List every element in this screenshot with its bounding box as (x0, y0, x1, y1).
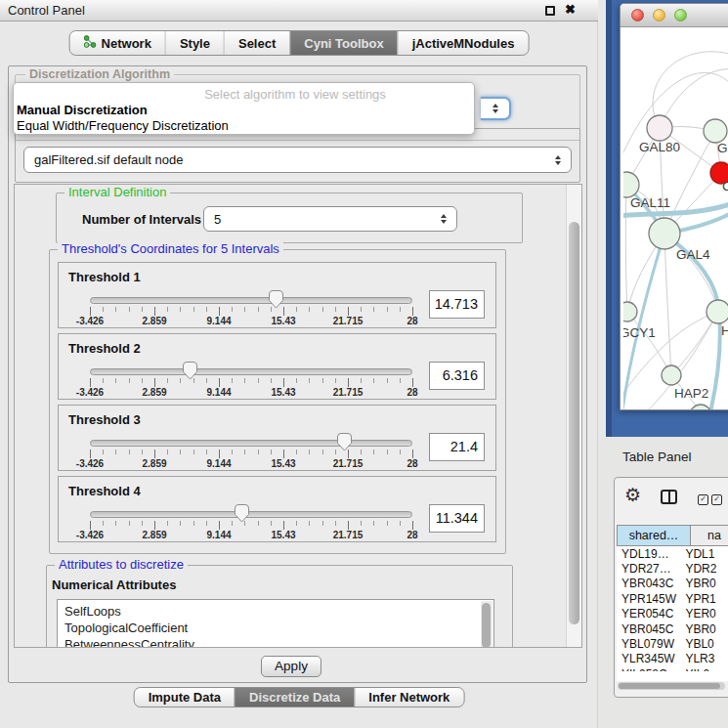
slider-ticks (90, 450, 413, 458)
network-node-h[interactable] (707, 300, 728, 323)
tab-jactivemnodules[interactable]: jActiveMNodules (398, 31, 529, 55)
network-node-gcy1[interactable] (623, 302, 637, 321)
number-of-intervals-combobox[interactable]: 5 (203, 206, 457, 232)
threshold-slider-track[interactable] (90, 368, 412, 375)
tab-network[interactable]: Network (70, 31, 165, 55)
bottom-tab-discretize-data[interactable]: Discretize Data (235, 688, 354, 707)
bottom-tab-label: Discretize Data (249, 690, 340, 705)
table-cell: YER0 (678, 607, 728, 621)
window-title: Control Panel (8, 3, 85, 18)
tab-style[interactable]: Style (165, 31, 224, 55)
threshold-value-field[interactable]: 21.4 (429, 433, 485, 461)
table-row[interactable]: YDR27…YDR2 (617, 561, 728, 576)
table-row[interactable]: YER054CYER0 (617, 607, 728, 621)
gear-icon[interactable]: ⚙ (624, 484, 641, 506)
table-data-fieldset: Table Data galFiltered.sif default node (15, 128, 580, 183)
algorithm-option-manual-discretization[interactable]: Manual Discretization (17, 103, 148, 117)
tab-select[interactable]: Select (224, 31, 289, 55)
algorithm-option-equal-width-frequency-discretization[interactable]: Equal Width/Frequency Discretization (17, 118, 229, 133)
combobox-spinner-icon[interactable] (550, 155, 566, 165)
checkbox-icon[interactable] (711, 494, 722, 505)
control-panel-tabbar: NetworkStyleSelectCyni ToolboxjActiveMNo… (69, 30, 530, 56)
list-scrollbar-thumb[interactable] (482, 603, 491, 648)
slider-tick-label: 15.43 (271, 458, 295, 469)
list-scrollbar[interactable] (481, 601, 492, 648)
table-data-combobox[interactable]: galFiltered.sif default node (23, 147, 572, 173)
list-item-selfloops[interactable]: SelfLoops (58, 603, 493, 620)
tab-label: Network (102, 36, 151, 51)
control-panel-titlebar: Control Panel ✖ (0, 0, 598, 21)
split-view-icon[interactable] (661, 490, 677, 504)
network-canvas[interactable]: GAL80GCGAL11GAL4GCY1HHAP2 (623, 27, 728, 410)
threshold-block-3: Threshold 3-3.4262.8599.14415.4321.71528… (58, 405, 496, 471)
desktop-backdrop: GAL80GCGAL11GAL4GCY1HHAP2 (606, 0, 728, 437)
network-node-g[interactable] (704, 119, 727, 143)
algorithm-combobox-focus-edge[interactable] (481, 97, 511, 120)
network-node-gal80[interactable] (647, 115, 672, 141)
tab-label: jActiveMNodules (412, 36, 515, 51)
combobox-spinner-icon (488, 104, 503, 113)
close-icon[interactable]: ✖ (565, 2, 576, 17)
bottom-tab-label: Infer Network (368, 690, 450, 705)
table-row[interactable]: YBR045CYBR0 (617, 621, 728, 636)
bottom-tab-infer-network[interactable]: Infer Network (354, 688, 463, 707)
combobox-spinner-icon[interactable] (436, 214, 451, 224)
threshold-slider-track[interactable] (90, 440, 412, 447)
numerical-attributes-list[interactable]: SelfLoopsTopologicalCoefficientBetweenne… (57, 599, 494, 648)
apply-button[interactable]: Apply (261, 656, 321, 677)
tab-cyni-toolbox[interactable]: Cyni Toolbox (289, 31, 397, 55)
close-traffic-light-icon[interactable] (631, 9, 644, 21)
table-horizontal-scrollbar-thumb[interactable] (619, 683, 720, 689)
panel-scrollbar[interactable] (566, 185, 581, 647)
slider-tick-label: 28 (407, 387, 417, 398)
network-view-window: GAL80GCGAL11GAL4GCY1HHAP2 (620, 3, 728, 410)
column-header-2[interactable]: na (691, 525, 728, 546)
float-window-icon[interactable] (545, 6, 555, 16)
network-edge[interactable] (625, 185, 627, 312)
table-row[interactable]: YDL19…YDL1 (617, 546, 728, 561)
threshold-slider-track[interactable] (90, 297, 412, 304)
network-node-hap2[interactable] (662, 365, 681, 385)
bottom-tab-label: Impute Data (149, 690, 221, 705)
threshold-title: Threshold 4 (68, 484, 141, 498)
table-row[interactable]: YPR145WYPR1 (617, 591, 728, 606)
attributes-fieldset: Attributes to discretize Numerical Attri… (46, 565, 513, 648)
slider-tick-label: 21.715 (333, 387, 364, 398)
table-row[interactable]: YLR345WYLR3 (617, 652, 728, 666)
zoom-traffic-light-icon[interactable] (674, 9, 687, 21)
slider-tick-label: 28 (407, 458, 417, 469)
network-node-gal4[interactable] (649, 218, 680, 249)
threshold-title: Threshold 3 (68, 412, 141, 427)
table-row[interactable]: YIL052CYIL0 (617, 666, 728, 671)
threshold-value-field[interactable]: 14.713 (429, 290, 485, 319)
column-header-1[interactable]: shared… (617, 525, 691, 546)
network-node-gal11[interactable] (623, 172, 639, 197)
slider-ticks (90, 307, 413, 316)
slider-tick-label: 28 (407, 530, 417, 540)
slider-tick-label: 21.715 (333, 458, 364, 469)
threshold-value-field[interactable]: 11.344 (429, 504, 485, 533)
network-node-label: C (722, 179, 728, 193)
table-horizontal-scrollbar[interactable] (618, 682, 725, 690)
checkbox-icon[interactable] (698, 494, 708, 505)
network-node-unlabeled[interactable] (690, 405, 711, 410)
list-item-topologicalcoefficient[interactable]: TopologicalCoefficient (58, 620, 493, 636)
bottom-tab-impute-data[interactable]: Impute Data (135, 688, 235, 707)
slider-tick-label: 28 (407, 316, 417, 326)
tab-label: Select (238, 36, 276, 51)
table-row[interactable]: YBL079WYBL0 (617, 636, 728, 651)
network-node-label: GAL11 (630, 195, 670, 210)
table-cell: YLR3 (678, 652, 728, 665)
number-of-intervals-label: Number of Intervals (82, 212, 201, 227)
threshold-value-field[interactable]: 6.316 (429, 362, 485, 390)
table-cell: YBR045C (617, 622, 678, 636)
network-edge[interactable] (664, 234, 671, 375)
number-of-intervals-value: 5 (204, 212, 436, 227)
threshold-block-2: Threshold 2-3.4262.8599.14415.4321.71528… (58, 333, 496, 400)
table-row[interactable]: YBR043CYBR0 (617, 577, 728, 591)
list-item-betweennesscentrality[interactable]: BetweennessCentrality (58, 636, 493, 648)
node-table-rows: YDL19…YDL1YDR27…YDR2YBR043CYBR0YPR145WYP… (617, 546, 728, 671)
panel-scrollbar-thumb[interactable] (569, 222, 579, 624)
minimize-traffic-light-icon[interactable] (653, 9, 665, 21)
threshold-slider-track[interactable] (90, 511, 412, 518)
